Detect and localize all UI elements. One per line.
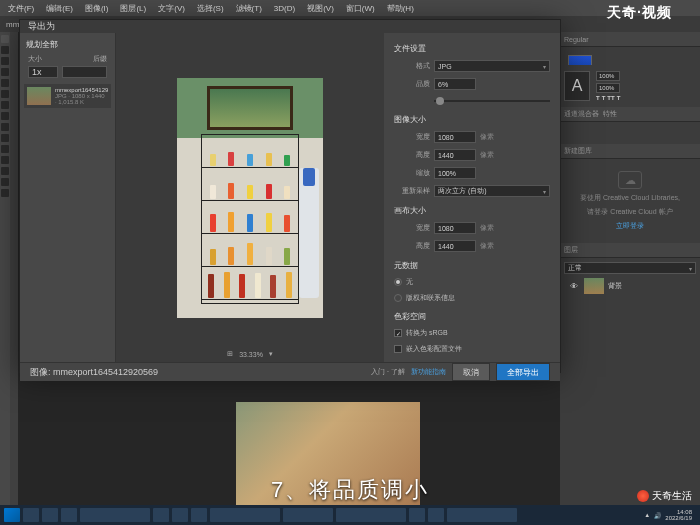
move-tool-icon[interactable] [1,35,9,43]
menu-file[interactable]: 文件(F) [8,3,34,14]
suffix-input[interactable] [62,66,107,78]
task-item[interactable] [428,508,444,522]
signin-link[interactable]: 立即登录 [616,221,644,231]
width-input[interactable]: 1080 [434,131,476,143]
brush-tool-icon[interactable] [1,101,9,109]
hand-tool-icon[interactable] [1,178,9,186]
check-srgb[interactable]: ✓ [394,329,402,337]
quality-slider[interactable] [434,96,550,106]
character-panel: A 100% 100% TTTTT [560,65,700,107]
menu-help[interactable]: 帮助(H) [387,3,414,14]
task-item[interactable] [210,508,280,522]
check-embed[interactable] [394,345,402,353]
char-sample: A [564,71,590,101]
panel-header-properties[interactable]: Regular [560,32,700,47]
dialog-title: 导出为 [20,20,560,33]
task-item[interactable] [447,508,517,522]
task-item[interactable] [191,508,207,522]
layer-row[interactable]: 👁 背景 [564,274,696,298]
layer-name: 背景 [608,281,622,291]
export-left-panel: 规划全部 大小后缀 1x mmexport1645412920569 JPG ·… [20,33,116,362]
menu-type[interactable]: 文字(V) [158,3,185,14]
cloud-icon [618,171,642,189]
task-item[interactable] [172,508,188,522]
radio-none[interactable] [394,278,402,286]
zoom-tool-icon[interactable] [1,189,9,197]
eyedropper-tool-icon[interactable] [1,90,9,98]
menu-image[interactable]: 图像(I) [85,3,109,14]
wand-tool-icon[interactable] [1,68,9,76]
task-item[interactable] [153,508,169,522]
menu-filter[interactable]: 滤镜(T) [236,3,262,14]
marquee-tool-icon[interactable] [1,46,9,54]
opacity-input[interactable]: 100% [596,71,620,81]
toolbox [0,32,10,511]
clock[interactable]: 14:082022/6/19 [665,509,692,521]
canvas-height-input[interactable]: 1440 [434,240,476,252]
menu-window[interactable]: 窗口(W) [346,3,375,14]
task-item[interactable] [409,508,425,522]
resample-select[interactable]: 两次立方 (自动) [434,185,550,197]
type-tool-icon[interactable] [1,145,9,153]
export-thumb [27,87,51,105]
menu-select[interactable]: 选择(S) [197,3,224,14]
menu-view[interactable]: 视图(V) [307,3,334,14]
preview-zoom: ⊞33.33%▾ [227,350,273,358]
lib-text1: 要使用 Creative Cloud Libraries, [580,193,680,203]
section-imgsize: 图像大小 [394,114,550,125]
gradient-tool-icon[interactable] [1,134,9,142]
lib-text2: 请登录 Creative Cloud 帐户 [587,207,672,217]
start-button[interactable] [4,508,20,522]
format-select[interactable]: JPG [434,60,550,72]
water-cooler [299,168,319,298]
scale-val-input[interactable]: 100% [434,167,476,179]
foot-filename: 图像: mmexport1645412920569 [30,366,158,379]
fill-input[interactable]: 100% [596,83,620,93]
export-item[interactable]: mmexport1645412920569 JPG · 1080 x 1440 … [24,84,111,108]
preview-image [177,78,323,318]
crop-tool-icon[interactable] [1,79,9,87]
export-settings: 文件设置 格式JPG 品质6% 图像大小 宽度1080像素 高度1440像素 缩… [384,33,560,362]
quality-input[interactable]: 6% [434,78,476,90]
section-colorspace: 色彩空间 [394,311,550,322]
scale-input[interactable]: 1x [28,66,58,78]
shelf [201,134,299,304]
section-metadata: 元数据 [394,260,550,271]
section-file: 文件设置 [394,43,550,54]
system-tray[interactable]: ▲🔊 14:082022/6/19 [644,509,696,521]
menu-bar: 文件(F) 编辑(E) 图像(I) 图层(L) 文字(V) 选择(S) 滤镜(T… [0,0,700,16]
visibility-icon[interactable]: 👁 [568,280,580,292]
clone-tool-icon[interactable] [1,112,9,120]
cancel-button[interactable]: 取消 [452,363,490,381]
blend-mode-select[interactable]: 正常 [564,262,696,274]
plan-all: 规划全部 [24,37,111,52]
shape-tool-icon[interactable] [1,167,9,175]
export-all-button[interactable]: 全部导出 [496,363,550,381]
pen-tool-icon[interactable] [1,156,9,164]
menu-layer[interactable]: 图层(L) [120,3,146,14]
panel-tab-layers[interactable]: 图层 [560,243,700,258]
tips-link[interactable]: 新功能指南 [411,367,446,377]
task-item[interactable] [336,508,406,522]
eraser-tool-icon[interactable] [1,123,9,131]
canvas-width-input[interactable]: 1080 [434,222,476,234]
search-icon[interactable] [23,508,39,522]
panel-tab-mixer[interactable]: 通道混合器特性 [560,107,700,122]
export-dialog: 导出为 规划全部 大小后缀 1x mmexport1645412920569 J… [19,19,561,373]
menu-edit[interactable]: 编辑(E) [46,3,73,14]
dialog-footer: 图像: mmexport1645412920569 入门 · 了解 新功能指南 … [20,362,560,381]
task-item[interactable] [283,508,333,522]
menu-3d[interactable]: 3D(D) [274,4,295,13]
collapsed-panel-strip [10,32,18,511]
caption-overlay: 7、将品质调小 [271,475,429,505]
panel-tab-library[interactable]: 新建图库 [560,144,700,159]
task-item[interactable] [80,508,150,522]
radio-copyright[interactable] [394,294,402,302]
task-item[interactable] [61,508,77,522]
taskview-icon[interactable] [42,508,58,522]
lasso-tool-icon[interactable] [1,57,9,65]
right-panels: Regular A 100% 100% TTTTT 通道混合器特性 新建图库 要… [560,32,700,511]
height-input[interactable]: 1440 [434,149,476,161]
watermark-bottom: 天奇生活 [637,489,692,503]
export-fileinfo: JPG · 1080 x 1440 · 1,015.8 K [55,93,108,105]
